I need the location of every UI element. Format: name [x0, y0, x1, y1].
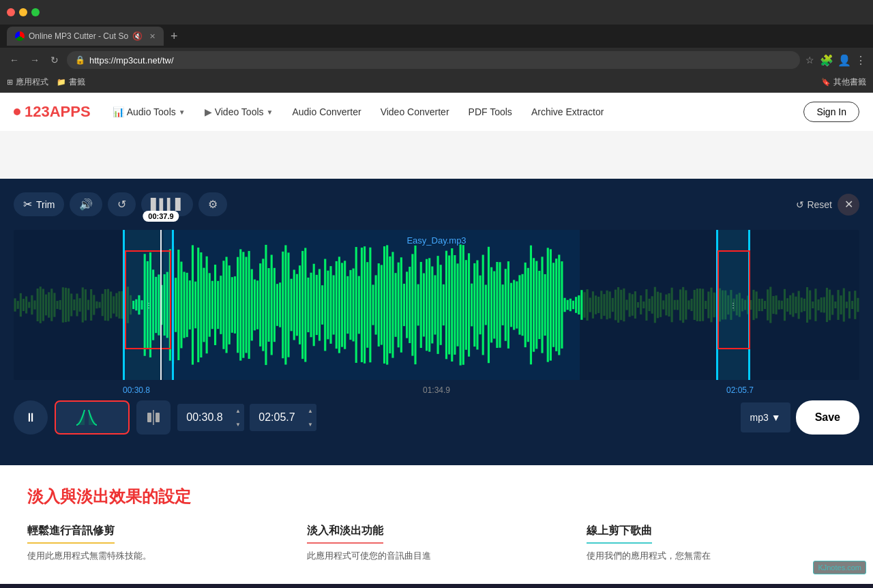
nav-video-converter[interactable]: Video Converter: [372, 101, 458, 123]
video-icon: ▶: [205, 106, 212, 117]
apps-label: 應用程式: [16, 76, 48, 88]
eq-tool-button[interactable]: ⚙: [198, 192, 227, 216]
close-editor-button[interactable]: ✕: [838, 194, 859, 216]
reset-button[interactable]: ↺ Reset: [796, 199, 832, 210]
pause-button[interactable]: ⏸: [14, 400, 48, 435]
nav-video-tools-label: Video Tools: [215, 106, 264, 117]
feature-title-3: 線上剪下歌曲: [587, 524, 652, 544]
tab-close-button[interactable]: ✕: [149, 32, 156, 41]
reload-button[interactable]: ↻: [48, 52, 61, 68]
left-time-label: 00:30.8: [123, 385, 150, 395]
back-button[interactable]: ←: [7, 52, 22, 68]
feature-item-1: 輕鬆進行音訊修剪 使用此應用程式無需特殊技能。: [27, 524, 286, 563]
waveform-tool-button[interactable]: ▋▌▍▋: [141, 192, 192, 216]
logo-text: 123APPS: [25, 103, 91, 121]
split-icon-svg: [146, 410, 161, 425]
active-tab[interactable]: Online MP3 Cutter - Cut So 🔇 ✕: [7, 27, 164, 46]
end-time-value[interactable]: 02:05.7: [250, 411, 304, 424]
save-area: mp3 ▼ Save: [741, 400, 859, 435]
end-time-down[interactable]: ▼: [304, 417, 316, 431]
start-time-value[interactable]: 00:30.8: [177, 411, 232, 424]
tab-bar: Online MP3 Cutter - Cut So 🔇 ✕ +: [0, 25, 873, 48]
start-time-up[interactable]: ▲: [232, 404, 244, 417]
tab-mute-icon[interactable]: 🔇: [132, 31, 143, 41]
minimize-window-dot[interactable]: [19, 8, 27, 16]
bookmarks-label: 書籤: [69, 76, 85, 88]
reset-icon: ↺: [796, 199, 804, 210]
window-controls: [7, 8, 40, 16]
other-bookmarks[interactable]: 🔖 其他書籤: [821, 76, 866, 88]
sign-in-button[interactable]: Sign In: [803, 102, 859, 122]
end-time-spinners: ▲ ▼: [304, 404, 316, 431]
split-button[interactable]: [136, 400, 171, 435]
nav-audio-tools[interactable]: 📊 Audio Tools ▼: [104, 101, 194, 123]
left-handle-zone[interactable]: ⋮: [123, 230, 174, 380]
undo-icon: ↺: [117, 198, 126, 211]
section-title: 淡入與淡出效果的設定: [27, 486, 846, 508]
nav-links: 📊 Audio Tools ▼ ▶ Video Tools ▼ Audio Co…: [104, 101, 804, 123]
url-bar[interactable]: 🔒 https://mp3cut.net/tw/: [67, 51, 800, 69]
nav-archive-extractor[interactable]: Archive Extractor: [523, 101, 612, 123]
profile-icon[interactable]: 👤: [838, 54, 851, 67]
save-button[interactable]: Save: [796, 400, 859, 435]
pause-icon: ⏸: [25, 411, 37, 425]
lock-icon: 🔒: [75, 55, 85, 65]
reset-label: Reset: [807, 199, 832, 210]
nav-pdf-tools-label: PDF Tools: [469, 106, 512, 117]
format-button[interactable]: mp3 ▼: [741, 402, 790, 432]
folder-icon: 📁: [57, 78, 66, 87]
feature-desc-1: 使用此應用程式無需特殊技能。: [27, 549, 286, 563]
trim-label: Trim: [36, 199, 55, 210]
extensions-icon[interactable]: 🧩: [820, 54, 833, 67]
trim-tool-button[interactable]: ✂ Trim: [14, 192, 64, 216]
svg-rect-4: [156, 413, 160, 422]
nav-video-tools[interactable]: ▶ Video Tools ▼: [196, 101, 282, 123]
feature-title-2: 淡入和淡出功能: [307, 524, 383, 544]
new-tab-button[interactable]: +: [166, 29, 182, 44]
feature-item-3: 線上剪下歌曲 使用我們的應用程式，您無需在: [587, 524, 846, 563]
logo[interactable]: 123APPS: [14, 103, 91, 121]
start-time-spinners: ▲ ▼: [232, 404, 244, 431]
bookmarks-folder[interactable]: 📁 書籤: [57, 76, 85, 88]
svg-rect-3: [147, 413, 151, 422]
format-label: mp3: [750, 412, 769, 423]
apps-bookmark[interactable]: ⊞ 應用程式: [7, 76, 48, 88]
end-time-up[interactable]: ▲: [304, 404, 316, 417]
grid-icon: ⊞: [7, 78, 13, 87]
nav-pdf-tools[interactable]: PDF Tools: [460, 101, 520, 123]
nav-video-converter-label: Video Converter: [381, 106, 449, 117]
feature-title-1: 輕鬆進行音訊修剪: [27, 524, 115, 544]
start-time-down[interactable]: ▼: [232, 417, 244, 431]
undo-tool-button[interactable]: ↺: [108, 192, 136, 216]
volume-tool-button[interactable]: 🔊: [70, 192, 102, 216]
menu-icon[interactable]: ⋮: [855, 54, 866, 67]
close-window-dot[interactable]: [7, 8, 15, 16]
feature-desc-2: 此應用程式可使您的音訊曲目進: [307, 549, 566, 563]
ad-banner: [0, 131, 873, 179]
nav-audio-converter-label: Audio Converter: [292, 106, 361, 117]
right-time-label: 02:05.7: [726, 385, 754, 395]
maximize-window-dot[interactable]: [31, 8, 40, 16]
content-section: 淡入與淡出效果的設定 輕鬆進行音訊修剪 使用此應用程式無需特殊技能。 淡入和淡出…: [0, 465, 873, 584]
bookmark-icon: 🔖: [821, 78, 831, 87]
right-handle-zone[interactable]: ⋮: [716, 230, 750, 380]
feature-desc-3: 使用我們的應用程式，您無需在: [587, 549, 846, 563]
fade-button[interactable]: [55, 400, 130, 435]
start-time-input[interactable]: 00:30.8 ▲ ▼: [177, 404, 244, 431]
center-time-label: 01:34.9: [423, 385, 450, 395]
nav-audio-converter[interactable]: Audio Converter: [284, 101, 369, 123]
volume-icon: 🔊: [79, 198, 93, 211]
bookmarks-right: 🔖 其他書籤: [821, 76, 866, 88]
scissors-icon: ✂: [23, 198, 32, 211]
watermark: KJnotes.com: [813, 561, 866, 574]
tab-title: Online MP3 Cutter - Cut So: [29, 31, 128, 41]
chevron-down-icon-2: ▼: [267, 108, 273, 116]
waveform-container[interactable]: Easy_Day.mp3 // Generate random waveform…: [14, 230, 859, 380]
app-navbar: 123APPS 📊 Audio Tools ▼ ▶ Video Tools ▼ …: [0, 93, 873, 131]
end-time-input[interactable]: 02:05.7 ▲ ▼: [250, 404, 316, 431]
forward-button[interactable]: →: [27, 52, 42, 68]
bookmark-star-icon[interactable]: ☆: [805, 55, 814, 65]
chevron-down-icon: ▼: [179, 108, 186, 116]
nav-audio-tools-label: Audio Tools: [127, 106, 176, 117]
filename-label: Easy_Day.mp3: [406, 235, 466, 246]
